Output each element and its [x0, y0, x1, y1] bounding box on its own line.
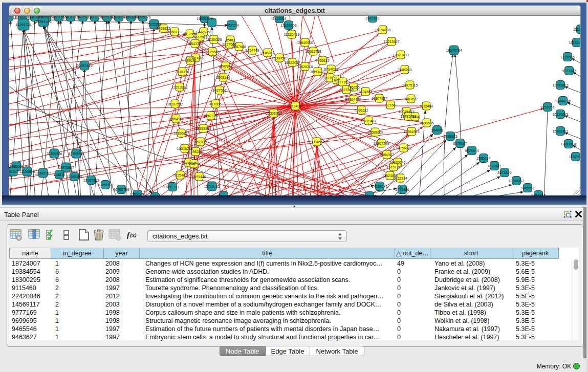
svg-text:15720407: 15720407 — [360, 119, 376, 123]
svg-text:18822037: 18822037 — [284, 61, 300, 64]
svg-text:12323466: 12323466 — [129, 193, 145, 195]
svg-text:2867608: 2867608 — [232, 45, 246, 49]
svg-text:8813054: 8813054 — [272, 17, 286, 20]
svg-text:7463822: 7463822 — [156, 27, 170, 30]
svg-text:7485063: 7485063 — [398, 68, 411, 72]
svg-text:17359934: 17359934 — [68, 152, 84, 156]
svg-text:6497568: 6497568 — [339, 88, 353, 92]
svg-text:17957253: 17957253 — [83, 179, 99, 182]
svg-text:9227342: 9227342 — [562, 69, 576, 73]
svg-text:9115460: 9115460 — [420, 104, 433, 108]
svg-text:9327503: 9327503 — [193, 35, 207, 39]
svg-text:13626215: 13626215 — [297, 65, 313, 69]
svg-text:9684067: 9684067 — [380, 153, 394, 157]
svg-text:2803144: 2803144 — [216, 76, 230, 79]
svg-text:9884: 9884 — [411, 115, 419, 119]
svg-text:16648784: 16648784 — [446, 49, 462, 52]
svg-text:16154808: 16154808 — [375, 28, 390, 32]
svg-text:19218506: 19218506 — [280, 24, 296, 27]
svg-text:3624554: 3624554 — [358, 90, 372, 94]
svg-text:9464223: 9464223 — [531, 193, 545, 195]
svg-text:20206536: 20206536 — [46, 152, 62, 156]
svg-text:17016504: 17016504 — [560, 142, 576, 146]
svg-text:8454749: 8454749 — [245, 49, 259, 52]
svg-text:9457791: 9457791 — [165, 185, 179, 189]
svg-text:12213382: 12213382 — [171, 85, 187, 89]
svg-text:10807487: 10807487 — [371, 97, 387, 100]
svg-text:9245652: 9245652 — [520, 186, 534, 190]
svg-text:989634: 989634 — [184, 59, 196, 62]
svg-text:12975115: 12975115 — [402, 83, 418, 87]
svg-text:7955812: 7955812 — [315, 59, 329, 62]
svg-text:7357224: 7357224 — [225, 24, 238, 27]
svg-text:16210643: 16210643 — [552, 113, 568, 116]
svg-text:18724007: 18724007 — [287, 104, 303, 108]
svg-text:10756921: 10756921 — [396, 146, 411, 150]
svg-text:12213967: 12213967 — [383, 40, 399, 43]
svg-text:8267130: 8267130 — [204, 114, 217, 118]
svg-text:16961758: 16961758 — [305, 50, 321, 53]
svg-text:7632621: 7632621 — [487, 164, 501, 168]
svg-text:9474444: 9474444 — [465, 149, 478, 152]
svg-text:18186328: 18186328 — [206, 38, 222, 41]
svg-text:2522314: 2522314 — [393, 177, 407, 180]
svg-text:10543382: 10543382 — [187, 42, 203, 46]
svg-text:417006: 417006 — [209, 102, 221, 106]
svg-text:9777169: 9777169 — [335, 80, 349, 84]
svg-text:41395376: 41395376 — [135, 16, 150, 19]
svg-text:15751074: 15751074 — [569, 41, 581, 45]
svg-text:7625402: 7625402 — [173, 173, 187, 177]
svg-text:12505135: 12505135 — [66, 175, 82, 179]
svg-text:19384554: 19384554 — [309, 140, 324, 144]
svg-text:3498222: 3498222 — [188, 150, 202, 154]
svg-text:6879197: 6879197 — [453, 142, 467, 145]
svg-text:1615132: 1615132 — [386, 165, 400, 169]
svg-text:16120746: 16120746 — [389, 161, 405, 164]
svg-text:20891406: 20891406 — [35, 20, 51, 24]
svg-text:12342757: 12342757 — [35, 171, 51, 175]
svg-text:20053346: 20053346 — [76, 64, 92, 68]
svg-text:994891: 994891 — [188, 162, 200, 166]
svg-text:14055724: 14055724 — [15, 23, 31, 27]
svg-text:2087682: 2087682 — [365, 16, 379, 20]
svg-text:25302023: 25302023 — [266, 112, 281, 115]
svg-text:10688609: 10688609 — [367, 130, 383, 134]
svg-text:2935114: 2935114 — [477, 157, 491, 160]
svg-text:11325419: 11325419 — [284, 33, 300, 36]
svg-text:8672101: 8672101 — [362, 194, 376, 195]
svg-text:16782759: 16782759 — [113, 188, 129, 191]
svg-text:9146821: 9146821 — [260, 51, 274, 55]
svg-text:9699695: 9699695 — [420, 121, 433, 125]
svg-text:16107552: 16107552 — [167, 102, 183, 106]
svg-text:857833: 857833 — [194, 140, 206, 144]
svg-text:2718176: 2718176 — [175, 70, 189, 74]
svg-text:7986322: 7986322 — [354, 108, 368, 112]
svg-text:9129966: 9129966 — [560, 55, 574, 59]
svg-text:19654923: 19654923 — [403, 130, 419, 134]
svg-text:15716485: 15716485 — [204, 185, 220, 188]
svg-text:1167531: 1167531 — [569, 155, 581, 159]
svg-text:10025433: 10025433 — [398, 110, 414, 114]
svg-text:8938923: 8938923 — [443, 135, 457, 138]
svg-text:1691446: 1691446 — [192, 175, 206, 179]
svg-text:6794028: 6794028 — [324, 68, 338, 71]
svg-text:10973493: 10973493 — [393, 53, 408, 57]
svg-text:15461: 15461 — [225, 38, 235, 42]
svg-text:14138141: 14138141 — [372, 185, 387, 188]
svg-text:391547: 391547 — [9, 170, 19, 173]
svg-text:3835061: 3835061 — [9, 165, 23, 168]
svg-text:11121314: 11121314 — [573, 28, 581, 31]
svg-text:(x): (x) — [130, 232, 137, 238]
svg-text:15640910: 15640910 — [297, 41, 313, 45]
svg-text:15692971: 15692971 — [552, 129, 568, 133]
svg-text:8215955: 8215955 — [540, 105, 554, 109]
svg-text:9594022: 9594022 — [216, 194, 230, 195]
svg-text:11156819: 11156819 — [19, 170, 35, 173]
svg-text:15388520: 15388520 — [271, 56, 287, 60]
svg-text:19166827: 19166827 — [173, 132, 189, 135]
svg-text:114519: 114519 — [54, 173, 66, 177]
svg-text:9463627: 9463627 — [404, 97, 418, 101]
svg-text:10654112: 10654112 — [509, 179, 525, 183]
svg-text:12093873: 12093873 — [552, 83, 568, 87]
svg-text:10958107: 10958107 — [97, 183, 113, 187]
